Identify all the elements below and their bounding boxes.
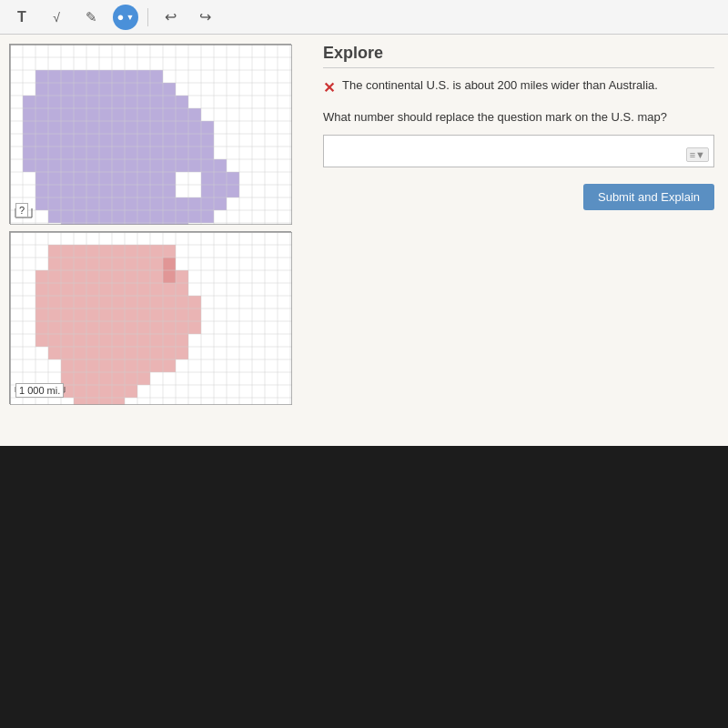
answer-input[interactable] <box>323 135 714 167</box>
shape-icon: ● <box>117 10 125 24</box>
pencil-tool-button[interactable]: ✎ <box>78 5 104 30</box>
undo-icon: ↩ <box>165 8 177 25</box>
statement-text: The continental U.S. is about 200 miles … <box>342 77 658 94</box>
content-area: ? 1 000 mi. Explore ✕ The continental U.… <box>0 35 728 446</box>
toolbar-separator <box>147 8 148 26</box>
pencil-icon: ✎ <box>86 9 97 25</box>
formula-icon: √ <box>53 10 60 25</box>
dropdown-arrow: ▼ <box>126 13 134 22</box>
shape-tool-button[interactable]: ● ▼ <box>113 5 138 30</box>
answer-input-row: ≡▼ <box>323 135 714 175</box>
right-panel: Explore ✕ The continental U.S. is about … <box>309 35 728 446</box>
australia-map-container: 1 000 mi. <box>9 231 291 404</box>
input-format-icon: ≡▼ <box>686 147 709 162</box>
redo-icon: ↪ <box>199 8 211 25</box>
statement-block: ✕ The continental U.S. is about 200 mile… <box>323 77 714 96</box>
us-map-canvas <box>10 45 292 225</box>
sub-question-text: What number should replace the question … <box>323 109 714 126</box>
keyboard-area: acer → C □ □▐ ○ ○ ✕ <box>0 446 728 728</box>
explore-title: Explore <box>323 44 714 68</box>
redo-button[interactable]: ↪ <box>192 5 217 30</box>
text-tool-button[interactable]: T <box>9 5 35 30</box>
australia-map-label: 1 000 mi. <box>15 383 64 398</box>
us-map-container: ? <box>9 44 291 224</box>
formula-tool-button[interactable]: √ <box>44 5 69 30</box>
text-icon: T <box>17 9 26 25</box>
undo-button[interactable]: ↩ <box>157 5 183 30</box>
submit-explain-button[interactable]: Submit and Explain <box>583 184 714 210</box>
us-map-label: ? <box>15 203 28 217</box>
left-panel: ? 1 000 mi. <box>0 35 309 446</box>
x-icon: ✕ <box>323 79 335 96</box>
toolbar: T √ ✎ ● ▼ ↩ ↪ <box>0 0 728 35</box>
australia-map-canvas <box>10 232 292 405</box>
